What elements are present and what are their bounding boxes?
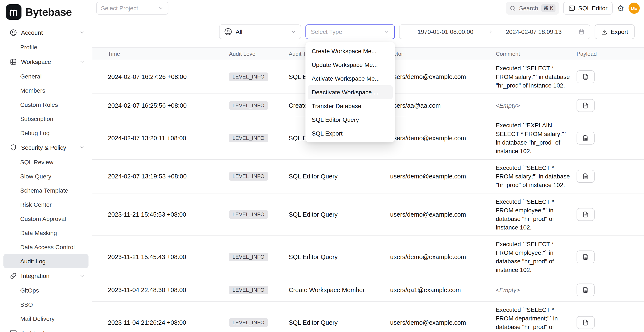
sidebar-item-profile[interactable]: Profile xyxy=(4,40,88,54)
cell-audit-level: LEVEL_INFO xyxy=(229,134,289,142)
chevron-down-icon xyxy=(383,29,389,35)
cell-time: 2024-02-07 13:20:11 +08:00 xyxy=(108,135,229,142)
export-button[interactable]: Export xyxy=(594,24,634,39)
cell-payload xyxy=(576,283,634,296)
sidebar-item-members[interactable]: Members xyxy=(4,83,88,97)
payload-button[interactable] xyxy=(576,283,594,296)
actor-scope-value: All xyxy=(236,28,242,35)
audit-type-dropdown: Create Workspace Me...Update Workspace M… xyxy=(305,42,394,142)
brand-name: Bytebase xyxy=(25,6,72,18)
topbar-actions: Search ⌘ K SQL Editor ⚙ DE xyxy=(506,2,640,14)
payload-button[interactable] xyxy=(576,132,594,145)
cell-audit-type: SQL Editor Query xyxy=(289,254,390,260)
cell-actor: users/demo@example.com xyxy=(390,173,496,180)
dropdown-item-update-workspace-me[interactable]: Update Workspace Me... xyxy=(308,58,392,72)
search-button[interactable]: Search ⌘ K xyxy=(506,2,559,14)
cell-time: 2024-02-07 13:19:53 +08:00 xyxy=(108,173,229,180)
sidebar-item-audit-log[interactable]: Audit Log xyxy=(4,254,88,268)
column-header-actor: Actor xyxy=(390,50,496,57)
project-select[interactable]: Select Project xyxy=(96,2,168,14)
sidebar-item-risk-center[interactable]: Risk Center xyxy=(4,197,88,211)
sidebar-item-mail-delivery[interactable]: Mail Delivery xyxy=(4,312,88,326)
dropdown-item-create-workspace-me[interactable]: Create Workspace Me... xyxy=(308,44,392,58)
payload-button[interactable] xyxy=(576,316,594,329)
sidebar-group-integration[interactable]: Integration xyxy=(0,268,92,283)
archive-icon xyxy=(10,329,17,332)
level-badge: LEVEL_INFO xyxy=(229,286,268,294)
cell-comment: Executed `"EXPLAIN SELECT * FROM salary;… xyxy=(496,121,576,155)
type-select-placeholder: Select Type xyxy=(311,28,342,35)
payload-button[interactable] xyxy=(576,70,594,83)
sidebar-item-schema-template[interactable]: Schema Template xyxy=(4,183,88,197)
sidebar-item-gitops[interactable]: GitOps xyxy=(4,283,88,297)
dropdown-item-activate-workspace-me[interactable]: Activate Workspace Me... xyxy=(308,72,392,85)
sidebar-group-workspace[interactable]: Workspace xyxy=(0,54,92,69)
sidebar-item-label: Custom Roles xyxy=(20,101,58,108)
export-label: Export xyxy=(611,28,628,35)
sidebar-item-label: Data Masking xyxy=(20,229,57,236)
dropdown-item-transfer-database[interactable]: Transfer Database xyxy=(308,99,392,113)
cell-audit-level: LEVEL_INFO xyxy=(229,172,289,180)
date-start-value[interactable]: 1970-01-01 08:00:00 xyxy=(404,28,486,35)
level-badge: LEVEL_INFO xyxy=(229,134,268,142)
cell-time: 2023-11-04 21:26:24 +08:00 xyxy=(108,319,229,326)
calendar-icon xyxy=(578,28,584,35)
sidebar-item-data-access-control[interactable]: Data Access Control xyxy=(4,240,88,254)
project-select-value: Select Project xyxy=(101,5,138,11)
sidebar-item-data-masking[interactable]: Data Masking xyxy=(4,226,88,240)
column-header-time: Time xyxy=(108,50,229,57)
actor-scope-select[interactable]: All xyxy=(219,24,301,39)
sidebar-item-slow-query[interactable]: Slow Query xyxy=(4,169,88,183)
sidebar-group-label: Integration xyxy=(21,272,50,279)
sidebar-group-security-policy[interactable]: Security & Policy xyxy=(0,140,92,155)
table-row: 2023-11-04 21:26:24 +08:00LEVEL_INFOSQL … xyxy=(92,302,644,332)
sidebar-item-debug-log[interactable]: Debug Log xyxy=(4,126,88,140)
table-row: 2023-11-21 15:45:53 +08:00LEVEL_INFOSQL … xyxy=(92,193,644,236)
cell-actor: users/demo@example.com xyxy=(390,135,496,142)
payload-button[interactable] xyxy=(576,208,594,221)
bytebase-logo-icon xyxy=(6,4,22,20)
sidebar-item-subscription[interactable]: Subscription xyxy=(4,112,88,126)
payload-button[interactable] xyxy=(576,251,594,263)
sidebar-item-archived[interactable]: Archived xyxy=(0,326,92,332)
date-end-value[interactable]: 2024-02-07 18:09:13 xyxy=(493,28,574,35)
dropdown-item-sql-editor-query[interactable]: SQL Editor Query xyxy=(308,113,392,127)
cell-audit-level: LEVEL_INFO xyxy=(229,318,289,327)
dropdown-item-deactivate-workspace[interactable]: Deactivate Workspace ... xyxy=(308,85,392,99)
sidebar-group-account[interactable]: Account xyxy=(0,25,92,40)
app-root: Bytebase AccountProfileWorkspaceGeneralM… xyxy=(0,0,644,332)
cell-payload xyxy=(576,208,634,221)
date-range-picker[interactable]: 1970-01-01 08:00:00 2024-02-07 18:09:13 xyxy=(399,24,590,39)
audit-type-select[interactable]: Select Type xyxy=(305,24,394,39)
chevron-down-icon xyxy=(79,144,85,150)
cell-time: 2023-11-04 22:48:30 +08:00 xyxy=(108,286,229,293)
payload-button[interactable] xyxy=(576,170,594,183)
payload-button[interactable] xyxy=(576,99,594,112)
cell-time: 2023-11-21 15:45:43 +08:00 xyxy=(108,254,229,260)
cell-payload xyxy=(576,70,634,83)
cell-comment: Executed `"SELECT * FROM employee;"` in … xyxy=(496,197,576,232)
brand[interactable]: Bytebase xyxy=(0,0,92,24)
sidebar-item-custom-roles[interactable]: Custom Roles xyxy=(4,97,88,112)
table-row: 2024-02-07 13:19:53 +08:00LEVEL_INFOSQL … xyxy=(92,160,644,193)
user-avatar[interactable]: DE xyxy=(628,2,640,14)
settings-gear-icon[interactable]: ⚙ xyxy=(617,4,624,12)
sql-editor-button[interactable]: SQL Editor xyxy=(563,2,613,14)
sidebar-item-sso[interactable]: SSO xyxy=(4,297,88,312)
sidebar-item-sql-review[interactable]: SQL Review xyxy=(4,155,88,169)
cell-time: 2024-02-07 16:27:26 +08:00 xyxy=(108,73,229,80)
sidebar-item-label: General xyxy=(20,73,42,80)
sidebar-group-label: Workspace xyxy=(21,58,51,65)
cell-comment: <Empty> xyxy=(496,101,576,110)
cell-actor: users/demo@example.com xyxy=(390,319,496,326)
sidebar-item-label: Custom Approval xyxy=(20,215,66,222)
sidebar-group-label: Account xyxy=(21,29,43,36)
dropdown-item-sql-export[interactable]: SQL Export xyxy=(308,127,392,140)
cell-payload xyxy=(576,132,634,145)
sidebar-item-general[interactable]: General xyxy=(4,69,88,83)
cell-audit-level: LEVEL_INFO xyxy=(229,253,289,261)
column-header-payload: Payload xyxy=(576,50,634,57)
sidebar-item-label: GitOps xyxy=(20,287,39,294)
download-icon xyxy=(601,28,607,35)
sidebar-item-custom-approval[interactable]: Custom Approval xyxy=(4,211,88,226)
